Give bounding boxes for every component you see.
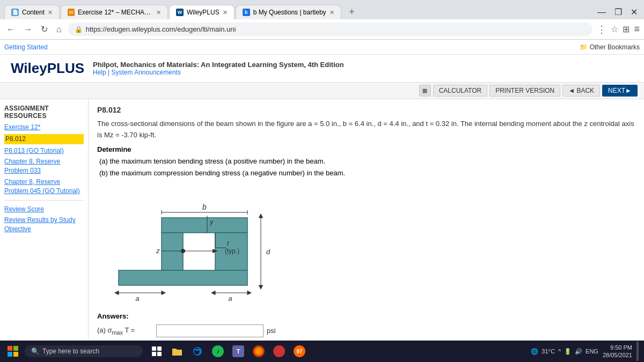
grid-icon[interactable]: ⊞ (419, 85, 431, 97)
url-input[interactable]: 🔒 https://edugen.wileyplus.com/edugen/lt… (68, 23, 593, 36)
other-bookmarks[interactable]: 📁 Other Bookmarks (580, 43, 640, 51)
svg-rect-0 (162, 218, 247, 233)
assignment-resources-title: ASSIGNMENT RESOURCES (4, 105, 84, 120)
tab-favicon-wiley: W (176, 9, 184, 16)
moment-value: Mz = -3.70 kip-ft. (104, 131, 156, 139)
back-button[interactable]: ◄ BACK (562, 85, 600, 97)
tab-exercise12[interactable]: W Exercise 12* – MECHANICS OF M ✕ (61, 5, 168, 19)
notification-badge: 97 (294, 345, 305, 357)
review-score-link[interactable]: Review Score (4, 205, 84, 214)
tab-label-bartleby: b My Questions | bartleby (253, 9, 326, 16)
tab-content[interactable]: 📄 Content ✕ (4, 5, 60, 19)
menu-grid-icon[interactable]: ⊞ (623, 24, 630, 34)
wileyplus-logo: WileyPLUS (11, 60, 84, 77)
header-text-block: Philpot, Mechanics of Materials: An Inte… (93, 61, 344, 76)
svg-text:d: d (266, 248, 270, 256)
svg-rect-36 (8, 346, 12, 351)
bookmark-getting-started[interactable]: Getting Started (4, 43, 48, 51)
next-button[interactable]: NEXT► (602, 85, 638, 97)
start-button[interactable] (3, 342, 23, 361)
sidebar-chapter8-reserve045-link[interactable]: Chapter 8, Reserve Problem 045 (GO Tutor… (4, 178, 84, 196)
unknown-icon[interactable] (269, 342, 289, 361)
content-area: ASSIGNMENT RESOURCES Exercise 12* P8.012… (0, 99, 644, 362)
help-link[interactable]: Help (93, 69, 106, 76)
edge-icon[interactable] (188, 342, 207, 361)
sidebar: ASSIGNMENT RESOURCES Exercise 12* P8.012… (0, 99, 89, 362)
tab-close-exercise[interactable]: ✕ (156, 9, 161, 16)
answer-a-input[interactable] (156, 324, 264, 337)
volume-icon[interactable]: 🔊 (575, 348, 582, 355)
search-bar[interactable]: 🔍 Type here to search (25, 345, 143, 357)
other-bookmarks-label: Other Bookmarks (590, 43, 640, 51)
sidebar-p8012-link[interactable]: P8.012 (4, 134, 84, 144)
teams-icon[interactable]: T (229, 342, 248, 361)
close-button[interactable]: ✕ (628, 7, 640, 17)
search-placeholder: Type here to search (42, 348, 99, 355)
notification-icon[interactable]: 97 (290, 342, 309, 361)
main-panel: P8.012 The cross-sectional dimensions of… (89, 99, 644, 362)
address-bar: ← → ↻ ⌂ 🔒 https://edugen.wileyplus.com/e… (0, 19, 644, 40)
review-results-link[interactable]: Review Results by Study Objective (4, 216, 84, 234)
forward-nav-button[interactable]: → (21, 24, 34, 35)
sidebar-exercise12-link[interactable]: Exercise 12* (4, 123, 84, 132)
header-links: Help | System Announcements (93, 69, 344, 76)
tab-favicon-content: 📄 (11, 9, 19, 16)
svg-text:a: a (135, 294, 139, 302)
temperature-text: 31°C (541, 348, 555, 354)
svg-text:(typ.): (typ.) (225, 247, 239, 255)
lang-label: ENG (586, 348, 598, 354)
wileyplus-header: WileyPLUS Philpot, Mechanics of Material… (0, 55, 644, 83)
svg-rect-39 (13, 352, 18, 357)
svg-rect-42 (152, 352, 156, 356)
printer-version-button[interactable]: PRINTER VERSION (489, 85, 560, 97)
tab-favicon-exercise: W (68, 9, 75, 16)
maximize-button[interactable]: ❐ (612, 7, 624, 17)
spotify-icon[interactable]: ♪ (208, 342, 228, 361)
extensions-icon[interactable]: ⋮ (597, 24, 606, 35)
minimize-button[interactable]: — (595, 8, 608, 17)
taskbar: 🔍 Type here to search ♪ T (0, 341, 644, 362)
svg-marker-33 (211, 291, 215, 295)
svg-rect-43 (157, 352, 162, 356)
taskbar-clock[interactable]: 9:50 PM 28/05/2021 (603, 344, 632, 359)
determine-label: Determine (97, 145, 635, 153)
tab-label-wiley: WileyPLUS (187, 9, 219, 16)
sidebar-chapter8-reserve033-link[interactable]: Chapter 8, Reserve Problem 033 (4, 157, 84, 175)
tab-bar: 📄 Content ✕ W Exercise 12* – MECHANICS O… (0, 0, 644, 19)
taskbar-right: 🌐 31°C ^ 🔋 🔊 ENG 9:50 PM 28/05/2021 (531, 342, 641, 361)
tab-bartleby[interactable]: b b My Questions | bartleby ✕ (236, 5, 341, 19)
tab-close-wiley[interactable]: ✕ (223, 9, 228, 16)
page-body: WileyPLUS Philpot, Mechanics of Material… (0, 55, 644, 362)
refresh-button[interactable]: ↻ (39, 23, 50, 35)
file-explorer-icon[interactable] (167, 342, 187, 361)
tab-wileyplus[interactable]: W WileyPLUS ✕ (169, 5, 235, 19)
window-controls: — ❐ ✕ (595, 7, 640, 19)
new-tab-button[interactable]: + (345, 4, 360, 19)
svg-rect-1 (162, 233, 183, 270)
firefox-icon[interactable] (249, 342, 268, 361)
network-icon[interactable]: 🌐 (531, 348, 538, 355)
sidebar-p8013-link[interactable]: P8.013 (GO Tutorial) (4, 146, 84, 156)
back-nav-button[interactable]: ← (4, 24, 17, 35)
date-display: 28/05/2021 (603, 351, 632, 359)
show-desktop-button[interactable] (636, 342, 639, 361)
problem-description: The cross-sectional dimensions of the be… (97, 119, 635, 141)
svg-text:z: z (156, 247, 160, 255)
announcements-link[interactable]: System Announcements (112, 69, 181, 76)
task-view-icon[interactable] (147, 342, 166, 361)
taskbar-sys-icons: 🌐 31°C ^ 🔋 🔊 ENG (531, 348, 598, 355)
tab-close-bartleby[interactable]: ✕ (330, 9, 334, 16)
svg-rect-3 (119, 270, 247, 285)
sidebar-divider (4, 200, 84, 201)
home-button[interactable]: ⌂ (54, 24, 64, 35)
browser-menu-button[interactable]: ≡ (634, 24, 640, 35)
bookmark-star-icon[interactable]: ☆ (611, 24, 618, 34)
calculator-button[interactable]: CALCULATOR (433, 85, 488, 97)
problem-id: P8.012 (97, 106, 635, 114)
beam-diagram-container: b y z t (typ.) (108, 186, 635, 304)
svg-marker-23 (259, 285, 263, 290)
chevron-up-icon[interactable]: ^ (558, 348, 561, 354)
answers-title: Answers: (97, 312, 635, 320)
tab-close-content[interactable]: ✕ (48, 9, 53, 16)
svg-rect-41 (157, 346, 162, 351)
